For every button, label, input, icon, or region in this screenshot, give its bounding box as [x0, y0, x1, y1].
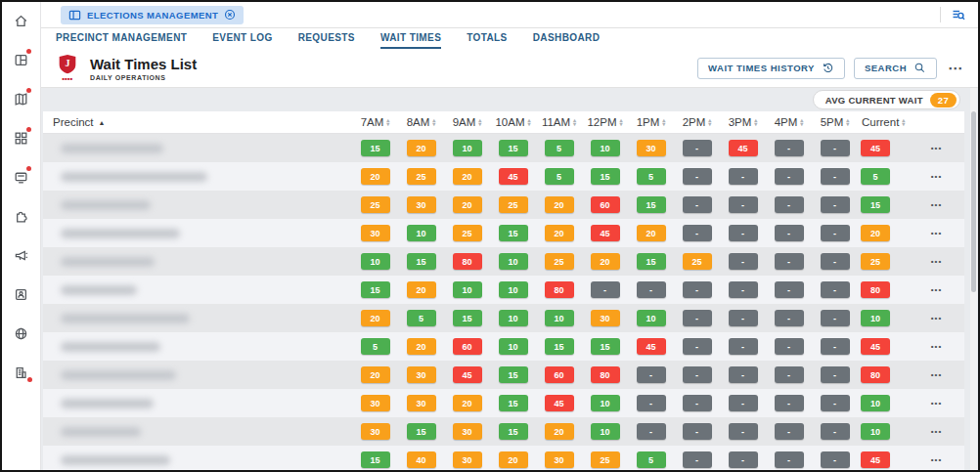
sort-icon: ▴▾ — [432, 118, 435, 126]
row-actions-button[interactable]: ••• — [931, 229, 942, 237]
wait-time-badge: 15 — [453, 310, 482, 326]
tab-dashboard[interactable]: DASHBOARD — [533, 28, 601, 49]
column-label: 3PM — [729, 116, 752, 128]
table-row: 1520101080------80••• — [43, 276, 964, 304]
page-header: J ■■■■ Wait Times List DAILY OPERATIONS … — [41, 49, 978, 88]
workspace-tab-elections-management[interactable]: ELECTIONS MANAGEMENT — [61, 6, 244, 24]
wait-time-badge: - — [683, 196, 712, 213]
wait-time-badge: 30 — [591, 310, 620, 326]
column-header-3pm[interactable]: 3PM▴▾ — [720, 116, 766, 128]
row-actions-button[interactable]: ••• — [931, 399, 942, 408]
wait-time-badge: 15 — [407, 423, 436, 440]
wait-time-badge: 30 — [453, 423, 482, 440]
wait-time-badge: 25 — [361, 196, 390, 213]
sort-icon: ▴▾ — [528, 118, 531, 126]
column-header-precinct[interactable]: Precinct ▲ — [43, 116, 352, 128]
wait-time-badge: 15 — [361, 281, 390, 298]
close-icon[interactable] — [224, 9, 236, 21]
row-actions-button[interactable]: ••• — [931, 200, 942, 209]
row-actions-button[interactable]: ••• — [931, 285, 942, 294]
table-row: 301530152010-----10••• — [43, 417, 964, 446]
search-list-icon[interactable] — [951, 7, 966, 22]
workspace-tab-bar: ELECTIONS MANAGEMENT — [41, 2, 978, 28]
sidebar-item-network[interactable] — [2, 324, 41, 342]
table-body: 1520101551030-45--45•••202520455155----5… — [43, 134, 964, 472]
column-header-current[interactable]: Current▴▾ — [858, 116, 909, 128]
avg-current-wait-label: AVG CURRENT WAIT — [825, 95, 923, 106]
sidebar-item-maps[interactable] — [2, 90, 41, 107]
scrollbar-track[interactable] — [970, 88, 977, 470]
table-row: 303020154510-----10••• — [43, 389, 964, 417]
divider — [940, 7, 941, 22]
table-row: 1520101551030-45--45••• — [43, 134, 964, 162]
sort-icon: ▴▾ — [902, 118, 905, 126]
wait-time-badge: 20 — [637, 225, 666, 241]
page-more-menu-button[interactable]: ⋯ — [946, 64, 964, 73]
notification-dot — [26, 49, 31, 54]
nav-tabs: PRECINCT MANAGEMENTEVENT LOGREQUESTSWAIT… — [41, 28, 978, 49]
scrollbar-thumb[interactable] — [971, 111, 976, 292]
wait-times-table: Precinct ▲ 7AM▴▾8AM▴▾9AM▴▾10AM▴▾11AM▴▾12… — [43, 111, 964, 472]
search-button[interactable]: SEARCH — [854, 58, 937, 79]
wait-time-badge: - — [821, 281, 850, 298]
sidebar-item-layouts[interactable] — [2, 51, 41, 68]
row-actions-button[interactable]: ••• — [931, 370, 942, 379]
sidebar-item-integrations[interactable] — [2, 207, 41, 225]
wait-time-badge: - — [821, 140, 850, 156]
column-header-2pm[interactable]: 2PM▴▾ — [674, 116, 720, 128]
brand-logo-text: ■■■■ — [63, 76, 73, 81]
wait-time-badge: - — [729, 338, 758, 355]
column-header-9am[interactable]: 9AM▴▾ — [444, 116, 490, 128]
wait-time-badge: 5 — [861, 168, 890, 185]
column-header-7am[interactable]: 7AM▴▾ — [352, 116, 398, 128]
precinct-name-redacted — [61, 200, 151, 210]
column-label: 10AM — [495, 116, 524, 128]
column-header-8am[interactable]: 8AM▴▾ — [398, 116, 444, 128]
sidebar-item-monitoring[interactable] — [2, 168, 41, 186]
wait-time-badge: 45 — [637, 338, 666, 355]
wait-time-badge: 10 — [861, 423, 890, 440]
column-header-4pm[interactable]: 4PM▴▾ — [766, 116, 812, 128]
sidebar-item-contacts[interactable] — [2, 285, 41, 303]
wait-time-badge: 45 — [861, 338, 890, 355]
tab-event-log[interactable]: EVENT LOG — [212, 28, 272, 49]
wait-time-badge: 15 — [637, 196, 666, 213]
wait-time-badge: - — [637, 395, 666, 411]
wait-time-badge: 60 — [453, 338, 482, 355]
wait-time-badge: 20 — [361, 366, 390, 383]
column-header-12pm[interactable]: 12PM▴▾ — [582, 116, 628, 128]
tab-wait-times[interactable]: WAIT TIMES — [380, 28, 441, 49]
column-header-5pm[interactable]: 5PM▴▾ — [812, 116, 858, 128]
sidebar-item-announcements[interactable] — [2, 246, 41, 264]
wait-time-badge: - — [775, 168, 804, 185]
row-actions-button[interactable]: ••• — [931, 257, 942, 266]
wait-time-badge: - — [775, 395, 804, 411]
sidebar-item-organization[interactable] — [2, 364, 41, 381]
tab-requests[interactable]: REQUESTS — [298, 28, 355, 49]
tab-precinct-management[interactable]: PRECINCT MANAGEMENT — [56, 28, 187, 49]
column-label: 5PM — [821, 116, 844, 128]
column-header-11am[interactable]: 11AM▴▾ — [536, 116, 582, 128]
column-label: 7AM — [361, 116, 384, 128]
wait-times-history-button[interactable]: WAIT TIMES HISTORY — [697, 58, 845, 79]
wait-time-badge: 10 — [361, 253, 390, 270]
row-actions-button[interactable]: ••• — [931, 455, 942, 464]
row-actions-button[interactable]: ••• — [931, 342, 942, 351]
column-header-10am[interactable]: 10AM▴▾ — [490, 116, 536, 128]
row-actions-button[interactable]: ••• — [931, 314, 942, 322]
row-actions-button[interactable]: ••• — [931, 172, 942, 181]
row-actions-button[interactable]: ••• — [931, 427, 942, 436]
wait-time-badge: 40 — [407, 451, 436, 468]
wait-time-badge: - — [821, 451, 850, 468]
wait-time-badge: 15 — [545, 338, 574, 355]
sort-icon: ▴▾ — [662, 118, 665, 126]
table-header: Precinct ▲ 7AM▴▾8AM▴▾9AM▴▾10AM▴▾11AM▴▾12… — [43, 111, 964, 134]
sidebar-item-modules[interactable] — [2, 129, 41, 147]
tab-totals[interactable]: TOTALS — [467, 28, 507, 49]
row-actions-button[interactable]: ••• — [931, 144, 942, 152]
avg-current-wait-badge: AVG CURRENT WAIT 27 — [813, 90, 960, 109]
precinct-name-redacted — [61, 342, 160, 352]
column-header-1pm[interactable]: 1PM▴▾ — [628, 116, 674, 128]
wait-time-badge: 15 — [637, 253, 666, 270]
sidebar-item-home[interactable] — [2, 12, 41, 29]
